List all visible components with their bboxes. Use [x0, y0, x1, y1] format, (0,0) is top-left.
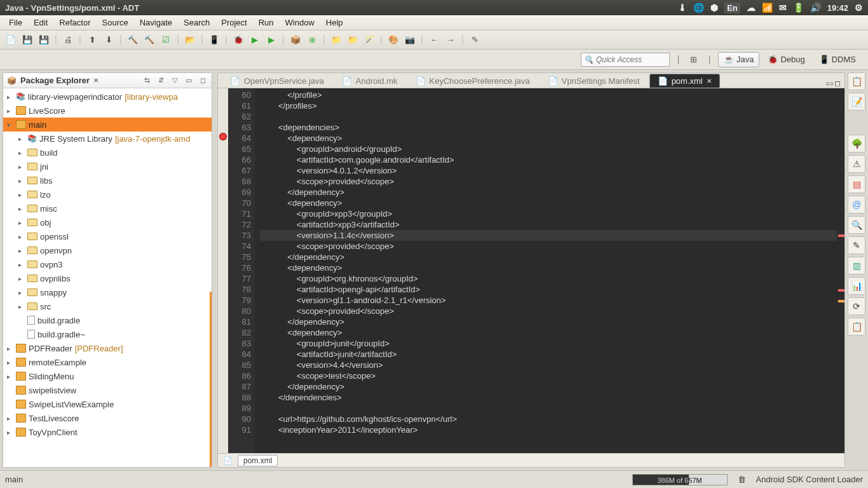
menu-run[interactable]: Run — [254, 17, 279, 29]
menu-navigate[interactable]: Navigate — [135, 17, 177, 29]
tree-item-jre-system-library[interactable]: ▸📚JRE System Library [java-7-openjdk-amd — [3, 132, 212, 146]
editor-tab-pom-xml[interactable]: 📄pom.xml✕ — [649, 74, 720, 88]
menu-source[interactable]: Source — [97, 17, 133, 29]
export-button[interactable]: ⬇ — [102, 33, 116, 47]
synchronize-icon[interactable]: ⟳ — [848, 297, 865, 315]
task-stack-icon[interactable]: 📝 — [848, 93, 865, 111]
new-package-button[interactable]: ⊕ — [305, 33, 319, 47]
bottom-tab-pom[interactable]: pom.xml — [238, 455, 278, 466]
tree-item-openssl[interactable]: ▸openssl — [3, 229, 212, 243]
open-perspective-button[interactable]: ⊞ — [687, 53, 701, 67]
quick-access-input[interactable]: 🔍 Quick Access — [581, 53, 670, 67]
project-tree[interactable]: ▸📚library-viewpagerindicator [library-vi… — [3, 88, 212, 467]
save-all-button[interactable]: 💾 — [37, 33, 51, 47]
javadoc-icon[interactable]: ▤ — [848, 175, 865, 193]
tree-item-swipelistview[interactable]: swipelistview — [3, 383, 212, 397]
close-icon[interactable]: ✕ — [93, 77, 98, 84]
keyboard-indicator[interactable]: En — [724, 3, 740, 13]
check-button[interactable]: ☑ — [159, 33, 173, 47]
console-icon[interactable]: ✎ — [848, 236, 865, 254]
perspective-debug[interactable]: 🐞Debug — [762, 52, 810, 67]
menu-project[interactable]: Project — [216, 17, 252, 29]
new-project-button[interactable]: 📦 — [288, 33, 302, 47]
heap-status[interactable]: 386M of 657M — [632, 474, 728, 485]
minimize-editor-icon[interactable]: ▭ — [826, 79, 833, 88]
camera-button[interactable]: 📷 — [403, 33, 417, 47]
tree-item-ovpn3[interactable]: ▸ovpn3 — [3, 257, 212, 271]
view-menu-icon[interactable]: ▽ — [170, 76, 180, 86]
tree-item-remoteexample[interactable]: ▸remoteExample — [3, 355, 212, 369]
pencil-button[interactable]: ✎ — [468, 33, 482, 47]
forward-button[interactable]: → — [444, 33, 458, 47]
menu-edit[interactable]: Edit — [29, 17, 53, 29]
tree-item-src[interactable]: ▸src — [3, 299, 212, 313]
progress-icon[interactable]: 📊 — [848, 277, 865, 295]
tree-item-toyvpnclient[interactable]: ▸ToyVpnClient — [3, 425, 212, 439]
error-marker[interactable] — [219, 133, 227, 140]
minimize-icon[interactable]: ▭ — [184, 76, 194, 86]
collapse-all-icon[interactable]: ⇆ — [142, 76, 152, 86]
debug-button[interactable]: 🐞 — [231, 33, 245, 47]
declaration-icon[interactable]: @ — [848, 196, 865, 214]
menu-refactor[interactable]: Refactor — [54, 17, 95, 29]
editor-tab-vpnsettings-manifest[interactable]: 📄VpnSettings Manifest — [539, 74, 648, 88]
tree-item-libs[interactable]: ▸libs — [3, 173, 212, 187]
maximize-icon[interactable]: ◻ — [198, 76, 208, 86]
hierarchy-icon[interactable]: 🌳 — [848, 135, 865, 152]
perspective-ddms[interactable]: 📱DDMS — [813, 52, 862, 67]
wand-button[interactable]: 🪄 — [362, 33, 376, 47]
tree-item-snappy[interactable]: ▸snappy — [3, 285, 212, 299]
tree-item-build[interactable]: ▸build — [3, 146, 212, 159]
outline-stack-icon[interactable]: 📋 — [848, 72, 865, 90]
paint-button[interactable]: 🎨 — [386, 33, 400, 47]
menu-file[interactable]: File — [4, 17, 27, 29]
tree-item-pdfreader[interactable]: ▸PDFReader [PDFReader] — [3, 341, 212, 355]
logcat-icon[interactable]: ▥ — [848, 257, 865, 274]
tree-item-obj[interactable]: ▸obj — [3, 215, 212, 229]
tree-item-swipelistviewexample[interactable]: SwipeListViewExample — [3, 397, 212, 411]
close-icon[interactable]: ✕ — [707, 78, 712, 85]
gear-icon[interactable]: ⚙ — [855, 3, 863, 13]
tree-item-lzo[interactable]: ▸lzo — [3, 187, 212, 201]
menu-search[interactable]: Search — [179, 17, 215, 29]
code-editor[interactable]: 6061626364656667686970717273747576777879… — [218, 88, 844, 453]
tree-item-build-gradle-[interactable]: build.gradle~ — [3, 327, 212, 341]
editor-tab-openvpnservice-java[interactable]: 📄OpenVpnService.java — [222, 74, 332, 88]
debug-stack-icon[interactable]: 📋 — [848, 318, 865, 336]
editor-tab-keychoosepreference-java[interactable]: 📄KeyChoosePreference.java — [407, 74, 538, 88]
tree-item-livescore[interactable]: ▸LiveScore — [3, 104, 212, 118]
build-button[interactable]: 🔨 — [126, 33, 140, 47]
menu-help[interactable]: Help — [321, 17, 348, 29]
tree-item-openvpn[interactable]: ▸openvpn — [3, 243, 212, 257]
run-last-button[interactable]: ▶ — [264, 33, 278, 47]
print-button[interactable]: 🖨 — [61, 33, 75, 47]
open-folder2-button[interactable]: 📁 — [346, 33, 360, 47]
build-all-button[interactable]: 🔨 — [142, 33, 156, 47]
save-button[interactable]: 💾 — [20, 33, 34, 47]
back-button[interactable]: ← — [427, 33, 441, 47]
editor-tab-android-mk[interactable]: 📄Android.mk — [334, 74, 406, 88]
tree-item-testlivescore[interactable]: ▸TestLivescore — [3, 411, 212, 425]
open-folder-button[interactable]: 📁 — [329, 33, 343, 47]
maximize-editor-icon[interactable]: ◻ — [834, 79, 841, 88]
clock[interactable]: 19:42 — [827, 3, 848, 13]
new-button[interactable]: 📄 — [4, 33, 18, 47]
import-button[interactable]: ⬆ — [85, 33, 99, 47]
tree-item-library-viewpagerindicator[interactable]: ▸📚library-viewpagerindicator [library-vi… — [3, 90, 212, 104]
overview-ruler[interactable] — [837, 88, 844, 453]
run-button[interactable]: ▶ — [248, 33, 262, 47]
menu-window[interactable]: Window — [280, 17, 320, 29]
tree-item-ovpnlibs[interactable]: ▸ovpnlibs — [3, 271, 212, 285]
tree-item-slidingmenu[interactable]: ▸SlidingMenu — [3, 369, 212, 383]
trash-icon[interactable]: 🗑 — [738, 475, 746, 484]
tree-item-jni[interactable]: ▸jni — [3, 159, 212, 173]
link-editor-icon[interactable]: ⇵ — [156, 76, 166, 86]
sdk-button[interactable]: 📱 — [207, 33, 221, 47]
tree-item-misc[interactable]: ▸misc — [3, 201, 212, 215]
perspective-java[interactable]: ☕Java — [718, 52, 759, 67]
open-type-button[interactable]: 📂 — [183, 33, 197, 47]
problems-icon[interactable]: ⚠ — [848, 155, 865, 173]
search-icon[interactable]: 🔍 — [848, 216, 865, 234]
tree-item-main[interactable]: ▾main — [3, 118, 212, 132]
tree-item-build-gradle[interactable]: build.gradle — [3, 313, 212, 327]
